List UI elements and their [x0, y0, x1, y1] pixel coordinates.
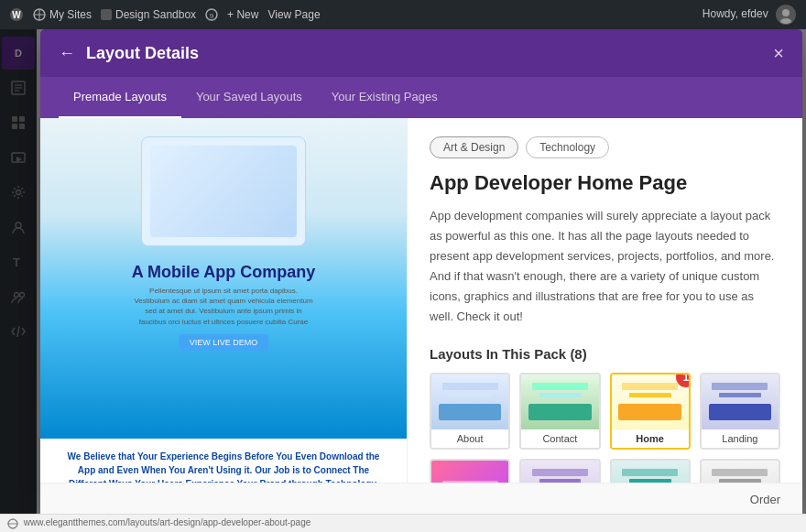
modal-header: ← Layout Details ×: [40, 29, 802, 77]
order-bar: Order: [40, 483, 802, 516]
preview-company-name: A Mobile App Company: [132, 263, 316, 282]
tab-saved-layouts[interactable]: Your Saved Layouts: [181, 77, 317, 118]
layout-description: App development companies will surely ap…: [430, 206, 780, 328]
svg-text:W: W: [12, 10, 21, 20]
bottom-bar: www.elegantthemes.com/layouts/art-design…: [0, 514, 806, 532]
tag-art-design[interactable]: Art & Design: [430, 136, 518, 158]
wp-logo[interactable]: W: [9, 7, 24, 22]
back-icon[interactable]: ←: [59, 44, 75, 63]
layout-thumb-portfolio[interactable]: Portfolio: [430, 459, 510, 483]
mock-screen: [150, 146, 297, 237]
info-panel: Art & Design Technology App Developer Ho…: [407, 118, 802, 483]
thumb-contact-label: Contact: [521, 429, 598, 448]
layout-title: App Developer Home Page: [430, 171, 780, 195]
pack-title: Layouts In This Pack (8): [430, 346, 780, 362]
tag-row: Art & Design Technology: [430, 136, 780, 158]
thumb-portfolio-img: [431, 461, 508, 483]
tag-technology[interactable]: Technology: [526, 136, 609, 158]
layout-thumb-contact[interactable]: Contact: [519, 373, 600, 450]
thumb-contact-img: [521, 375, 598, 429]
preview-tagline: Pellentesque ut ipsum sit amet porta dap…: [132, 286, 315, 327]
layout-thumb-appdev1[interactable]: App Develop...: [519, 459, 600, 483]
comment-count[interactable]: 9: [205, 8, 218, 21]
layout-thumb-about[interactable]: About: [430, 373, 510, 450]
preview-image: A Mobile App Company Pellentesque ut ips…: [40, 118, 407, 439]
svg-text:9: 9: [210, 12, 214, 20]
modal-body: A Mobile App Company Pellentesque ut ips…: [40, 118, 802, 483]
svg-point-9: [782, 9, 790, 16]
view-live-demo-mini-button[interactable]: VIEW LIVE DEMO: [179, 334, 269, 351]
my-sites-link[interactable]: My Sites: [33, 8, 92, 21]
view-page-link[interactable]: View Page: [267, 8, 320, 21]
new-post-link[interactable]: + New: [227, 8, 258, 21]
layout-thumb-appdev2[interactable]: App Develop...: [610, 459, 691, 483]
design-sandbox-link[interactable]: Design Sandbox: [101, 8, 196, 21]
preview-panel: A Mobile App Company Pellentesque ut ips…: [40, 118, 407, 483]
layouts-grid: About Contact 1: [430, 373, 780, 483]
section2-heading: We Believe that Your Experience Begins B…: [59, 450, 388, 483]
thumb-about-img: [431, 375, 508, 429]
layout-thumb-home[interactable]: 1 Home: [610, 373, 691, 450]
svg-point-10: [780, 18, 791, 24]
svg-rect-5: [101, 9, 112, 20]
status-url: www.elegantthemes.com/layouts/art-design…: [7, 517, 310, 528]
howdy-text: Howdy, efdev: [703, 4, 797, 26]
close-button[interactable]: ×: [773, 43, 784, 64]
modal-title: Layout Details: [86, 44, 199, 63]
thumb-services-img: [702, 461, 779, 483]
device-mockup: [141, 136, 306, 246]
tab-premade-layouts[interactable]: Premade Layouts: [59, 77, 181, 118]
thumb-about-label: About: [431, 429, 508, 448]
order-label: Order: [750, 493, 780, 506]
layout-thumb-landing[interactable]: Landing: [700, 373, 780, 450]
thumb-home-label: Home: [612, 429, 689, 448]
thumb-appdev1-img: [521, 461, 598, 483]
thumb-appdev2-img: [612, 461, 689, 483]
layout-thumb-services[interactable]: Services: [700, 459, 780, 483]
layout-details-modal: ← Layout Details × Premade Layouts Your …: [40, 29, 802, 516]
tab-existing-pages[interactable]: Your Existing Pages: [317, 77, 452, 118]
admin-bar: W My Sites Design Sandbox 9 + New View P…: [0, 0, 806, 29]
thumb-landing-label: Landing: [702, 429, 779, 448]
modal-tabs: Premade Layouts Your Saved Layouts Your …: [40, 77, 802, 118]
thumb-landing-img: [702, 375, 779, 429]
preview-section2: We Believe that Your Experience Begins B…: [40, 439, 407, 483]
